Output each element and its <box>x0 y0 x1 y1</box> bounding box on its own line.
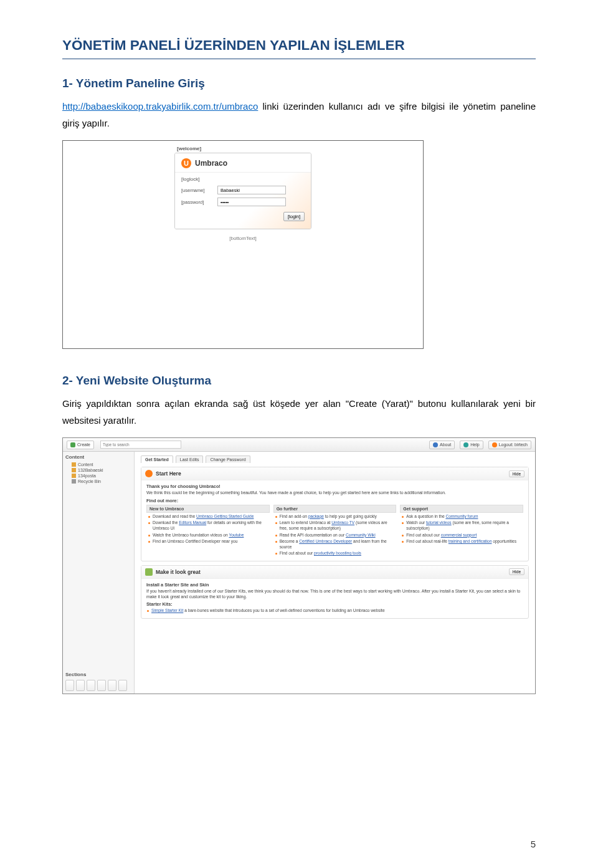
tab-last-edits[interactable]: Last Edits <box>176 455 204 463</box>
tab-change-password[interactable]: Change Password <box>206 455 250 463</box>
section-icon[interactable] <box>76 680 85 691</box>
list-item: Download the Editors Manual for details … <box>148 520 268 531</box>
tree-recycle-bin[interactable]: Recycle Bin <box>65 479 131 484</box>
list-item: Read the API documentation on our Commun… <box>275 533 396 538</box>
login-card: U Umbraco [loglock] [username] [password… <box>174 153 311 229</box>
document-page: YÖNETİM PANELİ ÜZERİNDEN YAPILAN İŞLEMLE… <box>0 0 598 868</box>
login-welcome: [welcome] <box>177 146 311 151</box>
bin-icon <box>72 479 76 484</box>
tree-item[interactable]: 134posta <box>65 473 131 479</box>
about-icon <box>433 442 438 447</box>
document-title: YÖNETİM PANELİ ÜZERİNDEN YAPILAN İŞLEMLE… <box>62 37 536 59</box>
login-bottom-text: [bottomText] <box>174 236 311 241</box>
list-item: Find out about our productivity boosting… <box>275 551 396 556</box>
umbraco-brand: Umbraco <box>195 159 227 168</box>
make-it-look-great-panel: Make it look great Hide Install a Starte… <box>141 565 529 619</box>
list-item: Watch our tutorial videos (some are free… <box>401 520 522 531</box>
login-loglock: [loglock] <box>181 176 305 182</box>
login-header: U Umbraco <box>175 153 311 173</box>
umbraco-icon <box>145 470 153 477</box>
logout-icon <box>492 442 497 447</box>
hide-button[interactable]: Hide <box>509 470 524 477</box>
password-label: [password] <box>181 199 215 205</box>
folder-icon <box>72 474 76 478</box>
login-button[interactable]: [login] <box>283 212 305 221</box>
col-heading: New to Umbraco <box>146 505 270 513</box>
thank-you-heading: Thank you for choosing Umbraco! <box>146 484 523 489</box>
list-item: Ask a question in the Community forum <box>401 514 522 520</box>
list-item: Watch the Umbraco foundation videos on Y… <box>148 533 268 538</box>
list-item: Find out about our commercial support <box>401 533 522 538</box>
help-icon <box>463 442 468 447</box>
install-starter-text: If you haven't already installed one of … <box>146 589 523 600</box>
logout-button[interactable]: Logout: birtech <box>488 441 531 449</box>
username-input[interactable] <box>217 186 286 194</box>
login-screenshot: [welcome] U Umbraco [loglock] [username]… <box>62 140 424 349</box>
section-icon[interactable] <box>87 680 95 691</box>
tab-get-started[interactable]: Get Started <box>141 455 173 463</box>
section-icon[interactable] <box>65 680 74 691</box>
col-heading: Get support <box>400 505 523 513</box>
folder-icon <box>72 462 76 467</box>
page-number: 5 <box>531 839 536 849</box>
col-go-further: Go further Find an add-on package to hel… <box>273 505 397 558</box>
list-item: Become a Certified Umbraco Developer and… <box>275 539 396 550</box>
start-here-panel: Start Here Hide Thank you for choosing U… <box>141 467 529 561</box>
umbraco-logo-icon: U <box>181 158 191 168</box>
list-item: Find out about real-life training and ce… <box>401 539 522 545</box>
install-starter-heading: Install a Starter Site and Skin <box>146 582 523 588</box>
dashboard-screenshot: Create About Help Logout: birtech Conten… <box>62 437 536 694</box>
sidebar: Content Content 132Babaeski 134posta Rec… <box>63 452 135 694</box>
content-tree: Content 132Babaeski 134posta Recycle Bin <box>65 462 131 669</box>
search-input[interactable] <box>100 441 181 449</box>
hide-button[interactable]: Hide <box>509 568 524 575</box>
find-out-more: Find out more: <box>146 498 523 503</box>
create-button[interactable]: Create <box>67 441 94 449</box>
sidebar-sections: Sections <box>65 669 131 691</box>
list-item: Download and read the Umbraco Getting St… <box>148 514 268 520</box>
dashboard-main: Get Started Last Edits Change Password S… <box>135 452 535 694</box>
plus-icon <box>70 442 75 447</box>
list-item: Learn to extend Umbraco at Umbraco TV (s… <box>275 520 396 531</box>
password-input[interactable] <box>217 198 286 206</box>
thank-you-text: We think this could be the beginning of … <box>146 490 523 496</box>
col-new-to-umbraco: New to Umbraco Download and read the Umb… <box>146 505 270 558</box>
section-icon[interactable] <box>108 680 116 691</box>
list-item: Simple Starter Kit a bare-bones website … <box>146 608 523 614</box>
palette-icon <box>145 568 153 576</box>
list-item: Find an add-on package to help you get g… <box>275 514 396 520</box>
username-label: [username] <box>181 188 215 193</box>
section-2-paragraph: Giriş yapıldıktan sonra açılan ekranda s… <box>62 395 536 429</box>
col-get-support: Get support Ask a question in the Commun… <box>400 505 523 558</box>
tree-item[interactable]: 132Babaeski <box>65 467 131 473</box>
panel-title: Start Here <box>156 470 506 477</box>
sidebar-section-heading: Content <box>65 454 131 460</box>
folder-icon <box>72 468 76 472</box>
section-2-heading: 2- Yeni Website Oluşturma <box>62 374 536 388</box>
dashboard-toolbar: Create About Help Logout: birtech <box>63 438 535 452</box>
section-1-paragraph: http://babaeskikoop.trakyabirlik.com.tr/… <box>62 98 536 131</box>
about-button[interactable]: About <box>429 441 455 449</box>
section-1-heading: 1- Yönetim Paneline Giriş <box>62 77 536 90</box>
list-item: Find an Umbraco Certified Developer near… <box>148 539 268 545</box>
section-icon[interactable] <box>118 680 127 691</box>
search-container <box>100 441 424 449</box>
create-label: Create <box>77 442 90 447</box>
panel-url-link[interactable]: http://babaeskikoop.trakyabirlik.com.tr/… <box>62 101 258 112</box>
section-icon[interactable] <box>97 680 106 691</box>
tabs: Get Started Last Edits Change Password <box>141 455 529 463</box>
col-heading: Go further <box>273 505 397 513</box>
sections-heading: Sections <box>65 672 131 677</box>
tree-root[interactable]: Content <box>65 462 131 467</box>
help-button[interactable]: Help <box>460 441 483 449</box>
starter-kits-heading: Starter Kits: <box>146 601 523 607</box>
panel-title: Make it look great <box>156 569 506 575</box>
